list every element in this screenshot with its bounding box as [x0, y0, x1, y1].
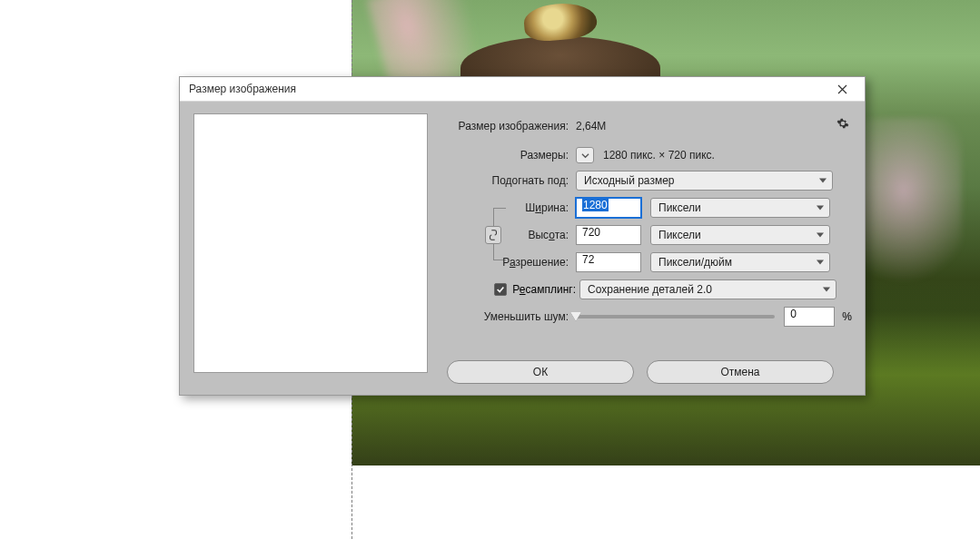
- image-size-value: 2,64M: [576, 120, 606, 132]
- image-size-dialog: Размер изображения Размер изображения: 2…: [179, 76, 866, 396]
- close-icon: [837, 84, 847, 94]
- width-input[interactable]: 1280: [576, 198, 641, 218]
- resample-method-value: Сохранение деталей 2.0: [588, 283, 712, 296]
- resolution-unit-value: Пиксели/дюйм: [658, 256, 732, 269]
- close-button[interactable]: [827, 80, 857, 98]
- dimensions-value: 1280 пикс. × 720 пикс.: [603, 149, 715, 162]
- reduce-noise-input[interactable]: 0: [784, 307, 835, 327]
- resample-checkbox[interactable]: [494, 283, 507, 296]
- height-unit-select[interactable]: Пиксели: [650, 225, 830, 245]
- dimensions-label: Размеры:: [452, 149, 569, 162]
- height-unit-value: Пиксели: [658, 229, 701, 241]
- width-label: Ширина:: [510, 201, 569, 214]
- link-icon: [489, 230, 498, 240]
- height-label: Высота:: [510, 229, 569, 241]
- dialog-title: Размер изображения: [189, 83, 827, 95]
- slider-thumb-icon: [570, 312, 581, 321]
- resample-method-select[interactable]: Сохранение деталей 2.0: [579, 279, 836, 299]
- preview-thumbnail: [193, 113, 428, 373]
- reduce-noise-slider[interactable]: [576, 315, 775, 318]
- resolution-label: Разрешение:: [480, 256, 569, 269]
- constrain-proportions-button[interactable]: [485, 226, 501, 244]
- height-input[interactable]: 720: [576, 225, 641, 245]
- percent-label: %: [842, 310, 852, 323]
- dialog-body: Размер изображения: 2,64M Размеры: 1280 …: [180, 102, 865, 395]
- dimensions-disclosure[interactable]: [576, 147, 594, 163]
- fit-to-select[interactable]: Исходный размер: [576, 171, 833, 191]
- width-unit-select[interactable]: Пиксели: [650, 198, 830, 218]
- chevron-down-icon: [581, 152, 589, 160]
- image-size-label: Размер изображения:: [452, 120, 569, 132]
- resolution-unit-select[interactable]: Пиксели/дюйм: [650, 252, 830, 272]
- fit-to-value: Исходный размер: [584, 174, 675, 187]
- check-icon: [496, 285, 505, 294]
- cancel-button[interactable]: Отмена: [647, 360, 834, 384]
- titlebar: Размер изображения: [180, 77, 865, 102]
- width-unit-value: Пиксели: [658, 201, 701, 214]
- resample-label: Ресамплинг:: [512, 283, 576, 296]
- ok-button[interactable]: ОК: [447, 360, 634, 384]
- reduce-noise-label: Уменьшить шум:: [472, 310, 569, 323]
- resolution-input[interactable]: 72: [576, 252, 641, 272]
- fit-to-label: Подогнать под:: [452, 174, 569, 187]
